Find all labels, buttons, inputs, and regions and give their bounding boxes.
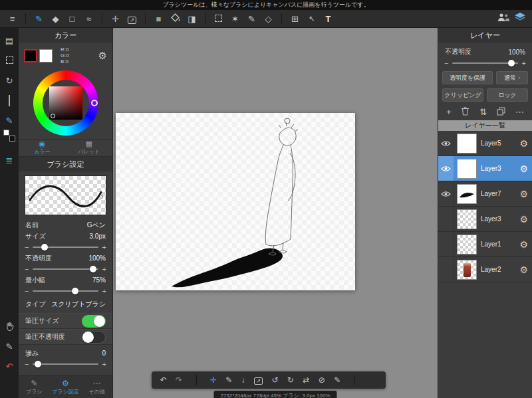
visibility-toggle[interactable] [438,131,454,155]
brush-tool-icon[interactable]: ✎ [31,11,47,27]
slider-knob[interactable] [508,60,515,66]
slider-knob[interactable] [35,361,41,367]
slider-knob[interactable] [90,266,96,272]
paint-icon[interactable]: ✎ [6,116,13,126]
slider-knob[interactable] [41,244,48,250]
canvas-area[interactable]: ↶ ↷ ✛ ✎ ↓ ↗ ↺ ↻ ⇄ ⊘ ✎ 2732*2048px 778dpi… [113,28,438,398]
tab-palette[interactable]: ▦ パレット [66,140,113,156]
undo-history-icon[interactable]: ↶ [6,361,13,371]
text-tool-icon[interactable]: T [320,11,336,27]
collab-icon[interactable] [495,11,511,27]
dot-tool-icon[interactable]: □ [64,11,80,27]
slider-track[interactable] [452,62,517,64]
layers-panel-toggle[interactable] [511,11,528,27]
fill-tool-icon[interactable]: ■ [150,11,167,27]
select-pen-icon[interactable]: ✎ [243,11,260,27]
document-icon[interactable]: ▤ [5,36,13,46]
move-tool-icon[interactable]: ✛ [107,11,124,27]
pencil-mode-icon[interactable]: ✎ [6,342,13,351]
plus-button[interactable]: + [522,59,526,67]
layer-settings-gear-icon[interactable]: ⚙ [519,214,532,225]
rotate-left-button[interactable]: ↺ [271,371,278,389]
layer-settings-gear-icon[interactable]: ⚙ [519,163,532,174]
artboard[interactable] [116,113,355,290]
frame-tool-icon[interactable]: ⊞ [287,11,303,27]
select-tool-icon[interactable] [210,11,227,27]
correction-button[interactable]: ✛ [210,371,217,389]
rotate-view-icon[interactable]: ↻ [6,76,13,86]
layer-settings-gear-icon[interactable]: ⚙ [519,264,532,275]
visibility-toggle[interactable] [438,207,454,231]
minus-button[interactable]: − [25,360,29,368]
plus-button[interactable]: + [102,360,106,368]
background-color-swatch[interactable] [39,49,53,62]
menu-icon[interactable]: ≡ [4,11,21,27]
add-layer-button[interactable]: + [446,108,452,117]
slider-track[interactable] [33,268,98,270]
pen-button[interactable]: ✎ [225,371,232,389]
color-settings-gear-icon[interactable]: ⚙ [98,50,107,62]
blend-mode-button[interactable]: 通常 › [496,71,528,84]
flip-off-button[interactable]: ⊘ [319,371,325,389]
next-brush-arrow[interactable]: › [100,190,104,201]
minus-button[interactable]: − [444,59,448,67]
layer-settings-gear-icon[interactable]: ⚙ [519,189,532,199]
plus-button[interactable]: + [102,243,106,251]
slider-track[interactable] [33,290,98,292]
material-list-icon[interactable]: ≣ [6,155,13,165]
minus-button[interactable]: − [25,243,29,251]
more-options-button[interactable]: ⋯ [515,108,524,117]
tab-other[interactable]: ⋯ その他 [81,376,112,398]
slider-track[interactable] [33,247,98,248]
layer-thumbnail[interactable] [457,184,477,204]
delete-layer-button[interactable] [461,106,469,118]
magic-wand-icon[interactable]: ✶ [227,11,243,27]
visibility-toggle[interactable] [438,257,454,282]
pressure-size-toggle[interactable] [82,315,106,328]
layer-row[interactable]: Layer1 ⚙ [438,232,532,257]
gradient-tool-icon[interactable]: ◨ [184,11,200,27]
visibility-toggle[interactable] [438,232,454,256]
operate-tool-icon[interactable]: ↖ [303,11,320,27]
pressure-opacity-toggle[interactable] [82,331,106,344]
layer-row-selected[interactable]: Layer3 ⚙ [438,156,532,181]
select-icon[interactable] [6,56,13,66]
select-eraser-icon[interactable]: ◇ [260,11,277,27]
layer-settings-gear-icon[interactable]: ⚙ [519,239,532,250]
duplicate-layer-button[interactable] [497,107,505,118]
rotate-right-button[interactable]: ↻ [287,371,294,389]
transform-tool-icon[interactable]: ↗ [124,11,140,27]
slider-track[interactable] [33,363,98,365]
tab-color[interactable]: ◉ カラー [19,140,66,156]
flip-horizontal-button[interactable]: ⇄ [303,371,309,389]
layer-thumbnail[interactable] [457,134,477,153]
curve-tool-icon[interactable]: ≈ [80,11,97,27]
visibility-toggle[interactable] [438,156,454,181]
move-layer-button[interactable]: ⇅ [479,108,487,117]
layer-thumbnail[interactable] [457,260,477,280]
layer-row[interactable]: Layer5 ⚙ [438,131,532,156]
slider-knob[interactable] [72,288,78,294]
layer-row[interactable]: Layer7 ⚙ [438,181,532,207]
saturation-value-box[interactable] [49,86,82,120]
layer-thumbnail[interactable] [457,159,477,179]
protect-alpha-button[interactable]: 透明度を保護 [442,71,493,84]
plus-button[interactable]: + [102,287,106,295]
lock-button[interactable]: ロック [487,88,528,102]
bucket-tool-icon[interactable] [167,11,184,27]
hand-tool-icon[interactable] [5,322,14,332]
eraser-tool-icon[interactable]: ◆ [47,11,64,27]
sv-marker[interactable] [51,114,55,118]
plus-button[interactable]: + [102,265,106,273]
layer-row[interactable]: Layer3 ⚙ [438,207,532,232]
hue-wheel[interactable] [33,70,98,136]
visibility-toggle[interactable] [438,181,454,206]
redo-button[interactable]: ↷ [176,371,182,389]
foreground-color-swatch[interactable] [24,49,37,62]
hue-marker[interactable] [91,100,98,106]
save-button[interactable]: ↓ [241,371,245,389]
minus-button[interactable]: − [25,287,29,295]
tab-brush[interactable]: ✎ ブラシ [19,376,50,398]
layer-thumbnail[interactable] [457,235,477,254]
clear-button[interactable]: ✎ [334,371,340,389]
